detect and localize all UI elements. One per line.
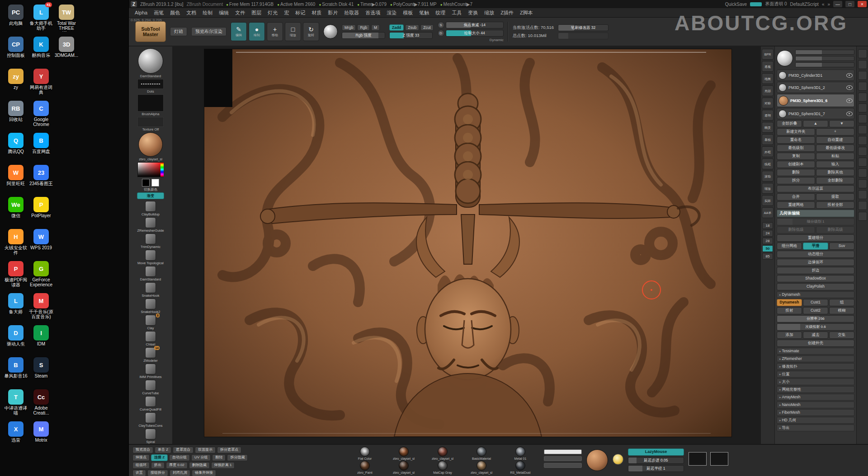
brush-item[interactable]: Chisel [131, 331, 170, 346]
ui-transparency-slider[interactable]: 界面透明 0 [765, 1, 787, 7]
brush-item[interactable]: TrimDynamic [131, 233, 170, 249]
section-header[interactable]: ZRemesher [777, 355, 854, 362]
rightshelf-button[interactable]: 线框 [762, 159, 774, 169]
material-swatch[interactable]: RS_MetalDust [501, 461, 539, 474]
desktop-icon[interactable]: MMotrix [29, 421, 53, 443]
doc-thumbnail[interactable] [710, 452, 728, 466]
desktop-icon[interactable]: X迅雷 [4, 421, 28, 443]
move-mode-button[interactable]: +移动 [267, 22, 283, 41]
history-back-icon[interactable]: « [822, 2, 825, 7]
canvas-area[interactable] [173, 47, 760, 444]
section-header-dynamesh[interactable]: Dynamesh [777, 291, 854, 298]
menu-item[interactable]: 绘制 [199, 9, 216, 16]
paint-mode-rgb-button[interactable]: Rgb [357, 24, 370, 31]
visibility-eye-icon[interactable] [846, 98, 853, 103]
polypaint-sphere-icon[interactable] [323, 24, 338, 39]
maximize-button[interactable]: □ [845, 1, 854, 7]
panel-button[interactable]: 模糊 [829, 307, 854, 314]
material-swatch[interactable]: zbro_clayset_sl [385, 461, 423, 474]
panel-button[interactable]: 投射 [777, 307, 802, 314]
panel-button[interactable]: 投射全部 [816, 201, 854, 209]
tray-button[interactable]: 自动分组 [169, 454, 190, 461]
sculpt-mode-zcut-button[interactable]: Zcut [420, 24, 434, 31]
material-thumb[interactable] [138, 132, 163, 157]
material-swatch[interactable]: MatCap Gray [424, 461, 462, 474]
rightshelf-button[interactable]: 局部 [762, 85, 774, 96]
dynamic-circle-icon[interactable]: D [438, 30, 444, 37]
tray-button[interactable]: 组循环 [132, 462, 150, 469]
material-swatch[interactable]: zbro_clayset_sl [424, 447, 462, 460]
panel-button[interactable]: Cust1 [803, 299, 828, 306]
rightshelf-button[interactable]: 透明 [762, 110, 774, 121]
panel-button[interactable]: Dynamesh [777, 299, 802, 306]
desktop-icon[interactable]: SSteam [29, 357, 53, 378]
rightshelf-button[interactable]: 实际 [762, 195, 774, 206]
doc-thumbnail[interactable] [689, 452, 707, 466]
desktop-icon[interactable]: L鲁大师 [4, 293, 28, 314]
palette-dock-icon[interactable] [858, 179, 867, 188]
menu-item[interactable]: 文档 [183, 9, 199, 16]
brush-item[interactable]: CurveTube [131, 380, 170, 395]
menu-item[interactable]: 文件 [232, 9, 248, 16]
panel-button[interactable]: 组 [829, 299, 854, 306]
brush-item[interactable]: SnakeHook2 [131, 299, 170, 314]
palette-dock-icon[interactable] [858, 147, 867, 156]
close-button[interactable]: × [858, 1, 867, 7]
menu-item[interactable]: 宏 [281, 9, 292, 16]
palette-dock-icon[interactable] [858, 158, 867, 167]
tray-button[interactable]: 封闭孔洞 [170, 470, 190, 476]
menu-item[interactable]: 缩放 [481, 9, 497, 16]
desktop-icon[interactable]: L41鲁大师手机助手 [29, 5, 53, 31]
palette-dock-icon[interactable] [858, 114, 867, 123]
panel-button[interactable]: 次级投射 0.6 [777, 323, 854, 331]
palette-dock-icon[interactable] [858, 71, 867, 80]
current-brush-thumb[interactable] [138, 48, 163, 74]
tray-button[interactable]: 厚度 0.02 [166, 462, 188, 469]
menu-item[interactable]: 笔触 [416, 9, 432, 16]
secondary-color-swatch[interactable] [151, 179, 159, 187]
panel-button[interactable]: Cust2 [803, 307, 828, 314]
rightshelf-button[interactable]: 单独 [762, 134, 774, 145]
brush-item[interactable]: 14ZModeler [131, 347, 170, 363]
desktop-icon[interactable]: IIDM [29, 325, 53, 346]
material-swatch[interactable]: zbro_Paint [346, 461, 384, 474]
desktop-icon[interactable]: M千千音乐(原百度音乐) [29, 293, 53, 319]
lightbulb-icon[interactable] [613, 454, 623, 465]
material-swatch[interactable]: Flat Color [346, 447, 384, 460]
menu-item[interactable]: 模板 [400, 9, 416, 16]
alpha-thumb[interactable] [137, 94, 164, 112]
sculpt-viewport[interactable] [204, 49, 731, 437]
palette-dock-icon[interactable] [858, 60, 867, 69]
menu-item[interactable]: Z插件 [497, 9, 517, 16]
tray-button[interactable]: 按组拆分 [147, 470, 168, 476]
desktop-icon[interactable]: TWTotal War THREE KI... [54, 5, 79, 32]
mini-slider[interactable] [544, 463, 582, 468]
main-color-swatch[interactable] [142, 179, 150, 187]
panel-button[interactable]: 全部折叠 [777, 120, 802, 127]
stroke-thumb[interactable] [137, 79, 164, 89]
desktop-icon[interactable]: D驱动人生 [4, 325, 28, 346]
desktop-icon[interactable]: PC此电脑 [4, 5, 28, 26]
edit-mode-button[interactable]: ✎编辑 [231, 22, 247, 41]
panel-button[interactable]: 合并 [777, 193, 815, 201]
brush-modifier-slider[interactable]: 笔刷修改器 32 [558, 24, 609, 31]
rightshelf-button[interactable]: 地面 [762, 73, 774, 84]
panel-button[interactable]: 拆分 [777, 177, 815, 184]
panel-button[interactable]: 最低级修改 [816, 145, 854, 152]
panel-button[interactable]: 重建细分 [777, 234, 854, 242]
tray-button[interactable]: 设置 [132, 470, 146, 476]
panel-button[interactable]: 交集 [829, 331, 854, 339]
palette-dock-icon[interactable] [858, 168, 867, 177]
size-preset-button[interactable]: 18 [762, 222, 773, 229]
panel-button[interactable]: + [816, 128, 854, 135]
z-intensity-slider[interactable]: Z 强度 33 [389, 32, 433, 39]
material-swatch[interactable]: zbro_clayset_sl [462, 461, 500, 474]
panel-button[interactable]: ▲ [803, 120, 828, 127]
menu-item[interactable]: 材质 [308, 9, 325, 16]
desktop-icon[interactable]: 232345看图王 [29, 165, 53, 186]
tray-button[interactable]: 焊接点 [132, 454, 150, 461]
brush-item[interactable]: IMM Primitives [131, 364, 170, 379]
desktop-icon[interactable]: WWPS 2019 [29, 229, 53, 250]
desktop-icon[interactable]: B百度网盘 [29, 133, 53, 154]
rightshelf-button[interactable]: BPR [762, 49, 774, 60]
